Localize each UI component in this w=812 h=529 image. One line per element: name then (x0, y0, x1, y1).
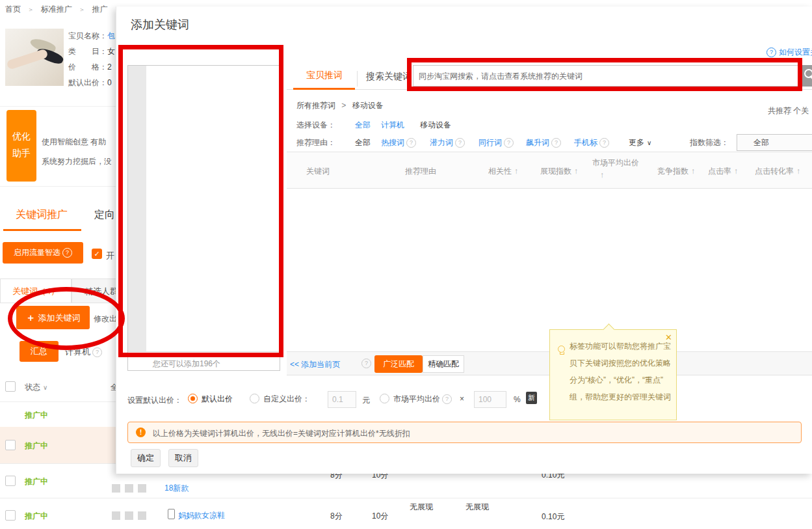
reason-option-rising[interactable]: 飙升词 (526, 137, 561, 148)
tab-keyword-promotion[interactable]: 关键词推广 (16, 208, 68, 222)
market-percent-input[interactable] (474, 391, 506, 408)
exact-match-button[interactable]: 精确匹配 (423, 355, 464, 373)
col-cvr[interactable]: 点击转化率 (755, 166, 800, 177)
new-badge: 新 (526, 392, 537, 404)
enable-flow-smart-select-button[interactable]: 启用流量智选 (3, 242, 83, 264)
col-reason: 推荐理由 (405, 166, 436, 177)
annotation-ellipse-add-keyword (8, 287, 125, 350)
select-all-checkbox[interactable] (5, 381, 16, 392)
index-filter-label: 指数筛选： (690, 137, 729, 148)
question-icon[interactable] (442, 394, 452, 404)
bid-market-radio[interactable]: 市场平均出价 (380, 394, 452, 405)
confirm-button[interactable]: 确定 (131, 449, 161, 467)
question-icon[interactable] (406, 138, 416, 148)
col-competition-label: 竞争指数 (657, 167, 688, 176)
tooltip-text: 标签功能可以帮助您将推广宝贝下关键词按照您的优化策略分为“核心”，“优化”，“重… (570, 338, 672, 405)
reason-option-mobile-tag[interactable]: 手机标 (574, 137, 609, 148)
cancel-button[interactable]: 取消 (168, 449, 198, 467)
col-competition[interactable]: 竞争指数 (657, 166, 695, 177)
flow-toggle-checkbox[interactable] (92, 249, 102, 259)
sort-asc-icon (796, 167, 800, 176)
more-filters-button[interactable]: 更多∨ (629, 137, 651, 148)
breadcrumb-standard[interactable]: 标准推广 (41, 5, 72, 14)
product-bid-row: 默认出价：0 (68, 77, 112, 88)
question-icon[interactable] (551, 138, 561, 148)
device-option-mobile[interactable]: 移动设备 (420, 120, 451, 131)
search-icon (804, 69, 812, 78)
bid-default-radio[interactable]: 默认出价 (188, 394, 233, 405)
breadcrumb-separator-icon: ＞ (27, 6, 34, 13)
remaining-count: 您还可以添加196个 (153, 359, 220, 370)
index-filter-dropdown[interactable]: 全部 (737, 134, 812, 151)
help-link[interactable]: 如何设置关 (766, 47, 812, 58)
col-relevance-label: 相关性 (488, 167, 512, 176)
optimizer-panel: 优化 助手 使用智能创意 有助 系统努力挖掘后，没 (0, 106, 116, 187)
sort-asc-icon (600, 170, 604, 180)
keyword-link-label[interactable]: 妈妈款女凉鞋 (178, 511, 225, 520)
question-icon[interactable] (62, 248, 72, 258)
reason-option-hot-label: 热搜词 (381, 138, 404, 147)
help-link-label[interactable]: 如何设置关 (779, 47, 812, 57)
recommend-total-partial: 共推荐 个关 (768, 105, 809, 116)
bid-custom-label: 自定义出价： (263, 394, 310, 403)
radio-icon (250, 394, 259, 403)
product-category-value: 女 (107, 47, 115, 56)
reason-option-peer[interactable]: 同行词 (478, 137, 514, 148)
multiply-sign: × (460, 394, 464, 403)
question-icon[interactable] (599, 138, 609, 148)
optimizer-text-line1: 使用智能创意 有助 (42, 137, 106, 148)
reason-option-all[interactable]: 全部 (355, 137, 371, 148)
tab-targeting[interactable]: 定向 (94, 208, 115, 222)
question-icon[interactable] (455, 138, 465, 148)
question-icon[interactable] (92, 347, 102, 357)
col-market-price[interactable]: 市场平均出价 (592, 157, 639, 169)
device-option-pc[interactable]: 计算机 (381, 120, 404, 131)
radio-selected-icon (188, 394, 198, 403)
row-checkbox[interactable] (5, 440, 16, 450)
col-impression[interactable]: 展现指数 (540, 166, 578, 177)
score-pc: 8分 (330, 511, 343, 522)
row-checkbox[interactable] (5, 476, 16, 486)
leg-shape (6, 48, 48, 70)
sort-asc-icon (691, 167, 695, 176)
custom-bid-input[interactable] (328, 391, 356, 408)
row-checkbox[interactable] (5, 510, 16, 521)
enable-flow-smart-select-label: 启用流量智选 (14, 248, 60, 257)
results-table-body-empty (287, 189, 812, 351)
reason-option-potential-label: 潜力词 (430, 138, 453, 147)
recommend-breadcrumb-root[interactable]: 所有推荐词 (296, 101, 335, 110)
sort-asc-icon (574, 167, 578, 176)
broad-match-button[interactable]: 广泛匹配 (374, 355, 423, 373)
annotation-rect-search-input (407, 58, 802, 91)
modal-active-tab-underline (293, 88, 355, 90)
question-icon[interactable] (361, 359, 371, 368)
product-bid-value: 0 (107, 78, 112, 87)
tab-search-words[interactable]: 搜索关键词 (366, 71, 412, 83)
product-category-label: 类 目： (68, 47, 107, 56)
modal-title: 添加关键词 (131, 17, 189, 33)
row-status: 推广中 (25, 476, 48, 487)
breadcrumb-home[interactable]: 首页 (5, 5, 21, 14)
tab-item-words[interactable]: 宝贝推词 (306, 70, 343, 81)
reason-filter-label: 推荐理由： (296, 137, 335, 148)
bid-custom-radio[interactable]: 自定义出价： (250, 394, 310, 405)
col-relevance[interactable]: 相关性 (488, 166, 518, 177)
add-current-page-link[interactable]: 添加当前页 (290, 359, 340, 370)
product-name-link[interactable]: 包 (107, 31, 115, 40)
breadcrumb-promo[interactable]: 推广 (92, 5, 107, 14)
bid-setting-label: 设置默认出价： (127, 395, 182, 406)
col-ctr[interactable]: 点击率 (708, 166, 738, 177)
quality-block (112, 484, 120, 493)
keyword-link[interactable]: 18新款 (164, 483, 189, 494)
product-bid-label: 默认出价： (68, 78, 107, 87)
reason-option-hot[interactable]: 热搜词 (381, 137, 416, 148)
sort-asc-icon (734, 167, 738, 176)
keyword-link[interactable]: 妈妈款女凉鞋 (168, 509, 225, 521)
device-option-all[interactable]: 全部 (355, 120, 371, 131)
recommend-breadcrumb: 所有推荐词 > 移动设备 (296, 100, 384, 111)
results-table-header: 关键词 推荐理由 相关性 展现指数 市场平均出价 竞争指数 点击率 点击转化率 (287, 152, 812, 189)
status-column-header[interactable]: 状态 (25, 382, 47, 393)
quality-block (125, 511, 133, 520)
question-icon[interactable] (504, 138, 514, 148)
reason-option-potential[interactable]: 潜力词 (430, 137, 465, 148)
